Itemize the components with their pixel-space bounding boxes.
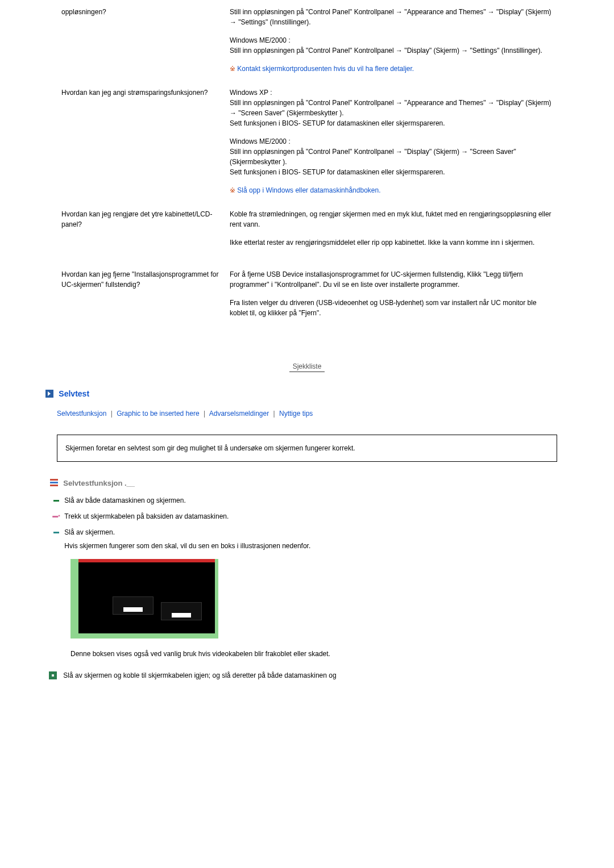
- sjekkliste-label: Sjekkliste: [289, 361, 325, 372]
- arrow-right-icon: [45, 390, 53, 398]
- faq-question: Hvordan kan jeg rengjøre det ytre kabine…: [57, 202, 225, 262]
- faq-answer: Koble fra strømledningen, og rengjør skj…: [225, 202, 557, 262]
- illustration-caption: Denne boksen vises også ved vanlig bruk …: [70, 650, 557, 658]
- separator: |: [273, 410, 275, 418]
- steps-list: ▬ Slå av både datamaskinen og skjermen. …: [57, 495, 557, 551]
- faq-question: oppløsningen?: [57, 0, 225, 81]
- step-text-second: Hvis skjermen fungerer som den skal, vil…: [64, 541, 542, 551]
- final-step-text: Slå av skjermen og koble til skjermkabel…: [63, 671, 336, 679]
- info-box: Skjermen foretar en selvtest som gir deg…: [57, 435, 557, 462]
- faq-answer: Windows XP : Still inn oppløsningen på "…: [225, 81, 557, 202]
- final-step: Slå av skjermen og koble til skjermkabel…: [49, 671, 557, 679]
- faq-answer-block: Windows XP : Still inn oppløsningen på "…: [230, 87, 553, 128]
- section-heading: Selvtest: [45, 389, 557, 398]
- subsection-title: Selvtestfunksjon .__: [63, 479, 135, 487]
- step-item: ▬ Slå av skjermen. Hvis skjermen fungere…: [50, 527, 557, 551]
- step-text: Trekk ut skjermkabelen på baksiden av da…: [64, 511, 542, 521]
- faq-question: Hvordan kan jeg fjerne "Installasjonspro…: [57, 262, 225, 333]
- illustration: [70, 559, 557, 639]
- subnav-link[interactable]: Graphic to be inserted here: [117, 410, 199, 418]
- sub-nav-links: Selvtestfunksjon | Graphic to be inserte…: [57, 410, 557, 418]
- square-icon: [49, 671, 57, 679]
- faq-answer-block: For å fjerne USB Device installasjonspro…: [230, 269, 553, 290]
- separator: |: [111, 410, 113, 418]
- faq-question: Hvordan kan jeg angi strømsparingsfunksj…: [57, 81, 225, 202]
- faq-note-text: Kontakt skjermkortprodusenten hvis du vi…: [237, 65, 414, 73]
- faq-answer-block: Koble fra strømledningen, og rengjør skj…: [230, 209, 553, 229]
- subnav-link[interactable]: Selvtestfunksjon: [57, 410, 106, 418]
- step-bullet-icon: ▬▪: [50, 511, 63, 520]
- faq-answer-block: Still inn oppløsningen på "Control Panel…: [230, 7, 553, 27]
- subnav-link[interactable]: Nyttige tips: [279, 410, 313, 418]
- subsection-heading: Selvtestfunksjon .__: [50, 479, 557, 487]
- faq-table: oppløsningen? Still inn oppløsningen på …: [57, 0, 557, 333]
- bars-icon: [50, 479, 58, 487]
- faq-note-text: Slå opp i Windows eller datamaskinhåndbo…: [237, 186, 380, 194]
- step-item: ▬▪ Trekk ut skjermkabelen på baksiden av…: [50, 511, 557, 521]
- step-bullet-icon: ▬: [50, 527, 63, 536]
- note-marker-icon: ※: [230, 65, 235, 73]
- separator: |: [204, 410, 205, 418]
- section-title: Selvtest: [59, 389, 89, 398]
- faq-answer-block: Windows ME/2000 : Still inn oppløsningen…: [230, 35, 553, 56]
- faq-answer-block: Fra listen velger du driveren (USB-video…: [230, 298, 553, 318]
- faq-answer: Still inn oppløsningen på "Control Panel…: [225, 0, 557, 81]
- faq-note: ※ Slå opp i Windows eller datamaskinhånd…: [230, 185, 553, 195]
- faq-note: ※ Kontakt skjermkortprodusenten hvis du …: [230, 64, 553, 74]
- faq-answer-block: Ikke etterlat rester av rengjøringsmidde…: [230, 237, 553, 248]
- note-marker-icon: ※: [230, 186, 235, 194]
- step-text: Slå av både datamaskinen og skjermen.: [64, 495, 542, 506]
- subnav-link[interactable]: Advarselsmeldinger: [209, 410, 269, 418]
- step-text: Slå av skjermen. Hvis skjermen fungerer …: [64, 527, 542, 551]
- step-item: ▬ Slå av både datamaskinen og skjermen.: [50, 495, 557, 506]
- step-bullet-icon: ▬: [50, 495, 63, 504]
- faq-answer-block: Windows ME/2000 : Still inn oppløsningen…: [230, 136, 553, 177]
- faq-answer: For å fjerne USB Device installasjonspro…: [225, 262, 557, 333]
